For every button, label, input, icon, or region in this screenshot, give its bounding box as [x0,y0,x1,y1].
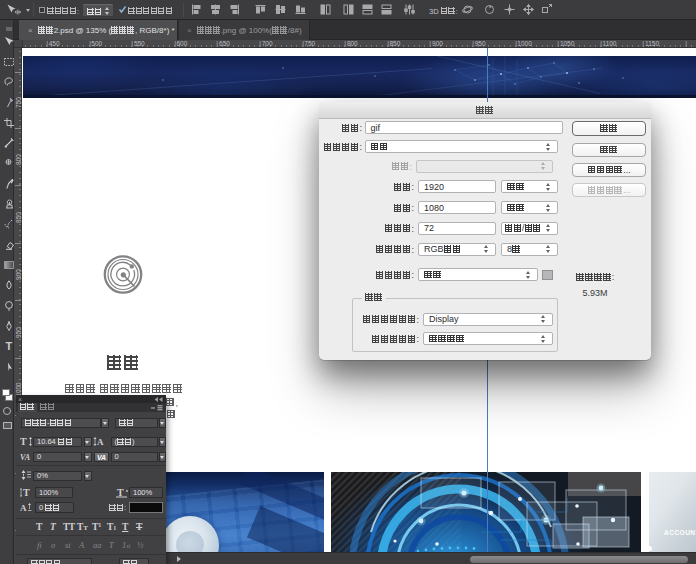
svg-text:T: T [23,487,30,498]
svg-text:VA: VA [20,453,31,462]
svg-text:A: A [97,437,104,447]
svg-text:T: T [6,340,13,352]
svg-text:T: T [20,436,27,447]
svg-text:T: T [117,487,124,498]
svg-text:A: A [20,503,27,513]
